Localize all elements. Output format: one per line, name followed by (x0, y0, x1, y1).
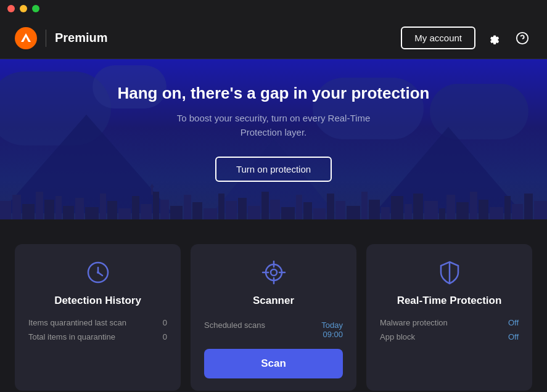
svg-rect-52 (524, 194, 533, 219)
svg-rect-21 (184, 195, 191, 219)
svg-rect-41 (405, 204, 412, 219)
svg-rect-29 (270, 200, 280, 219)
svg-rect-42 (413, 194, 423, 219)
svg-rect-11 (75, 198, 84, 219)
cityscape (0, 182, 547, 232)
malware-protection-label: Malware protection (380, 318, 448, 327)
detection-history-icon-area (28, 259, 167, 286)
svg-rect-3 (0, 219, 547, 232)
scan-button[interactable]: Scan (204, 349, 343, 378)
svg-rect-48 (479, 200, 488, 219)
app-block-label: App block (380, 332, 415, 341)
detection-history-card: Detection History Items quarantined last… (15, 244, 181, 391)
hero-subtitle: To boost your security, turn on every Re… (177, 112, 370, 139)
scanner-card: Scanner Scheduled scans Today 09:00 Scan (191, 244, 356, 391)
svg-rect-13 (100, 194, 106, 219)
svg-rect-32 (303, 202, 312, 219)
svg-rect-40 (391, 196, 403, 219)
svg-rect-14 (107, 201, 117, 219)
logo-title: Premium (55, 31, 108, 45)
hero-title: Hang on, there's a gap in your protectio… (117, 84, 429, 103)
svg-rect-7 (36, 192, 43, 219)
svg-rect-39 (381, 207, 390, 219)
malware-protection-value: Off (508, 318, 519, 327)
hero-banner: Hang on, there's a gap in your protectio… (0, 59, 547, 232)
help-button[interactable] (512, 28, 532, 48)
scheduled-scans-label: Scheduled scans (204, 321, 265, 339)
svg-point-0 (15, 27, 37, 49)
svg-point-59 (97, 271, 99, 274)
svg-rect-34 (327, 194, 334, 219)
svg-rect-50 (504, 196, 511, 219)
scanner-icon-area (204, 259, 343, 286)
real-time-protection-card: Real-Time Protection Malware protection … (366, 244, 532, 391)
svg-rect-4 (0, 201, 11, 219)
total-quarantine-label: Total items in quarantine (28, 332, 115, 341)
scheduled-scans-value: Today 09:00 (321, 321, 343, 339)
malware-protection-row: Malware protection Off (380, 318, 519, 327)
cards-area: Detection History Items quarantined last… (0, 232, 547, 392)
avast-logo-icon (15, 27, 37, 49)
app-block-value: Off (508, 332, 519, 341)
svg-rect-8 (44, 200, 54, 219)
svg-rect-16 (132, 196, 139, 219)
svg-rect-24 (218, 194, 224, 219)
header-actions: My account (401, 27, 532, 49)
logo-area: Premium (15, 27, 401, 49)
svg-rect-30 (281, 207, 295, 219)
svg-rect-15 (118, 208, 131, 219)
logo-separator (46, 30, 46, 47)
app-block-row: App block Off (380, 332, 519, 341)
svg-rect-17 (141, 204, 152, 219)
svg-rect-20 (170, 206, 183, 219)
total-quarantine-value: 0 (163, 332, 167, 341)
svg-rect-26 (238, 198, 247, 219)
svg-rect-33 (313, 208, 326, 219)
svg-point-61 (271, 269, 277, 276)
shield-icon (436, 259, 463, 286)
svg-rect-43 (424, 201, 438, 219)
svg-rect-49 (490, 207, 503, 219)
svg-rect-9 (56, 196, 62, 219)
real-time-protection-title: Real-Time Protection (380, 295, 519, 307)
clock-icon (84, 259, 112, 286)
svg-rect-25 (226, 201, 237, 219)
maximize-button[interactable] (32, 5, 39, 12)
svg-rect-27 (248, 206, 260, 219)
title-bar (0, 0, 547, 17)
quarantined-last-scan-value: 0 (163, 318, 167, 327)
total-quarantine-row: Total items in quarantine 0 (28, 332, 167, 341)
svg-rect-10 (63, 206, 74, 219)
header: Premium My account (0, 17, 547, 59)
svg-rect-12 (85, 207, 99, 219)
svg-rect-28 (261, 192, 269, 219)
svg-rect-19 (160, 200, 169, 219)
svg-rect-37 (361, 192, 368, 219)
my-account-button[interactable]: My account (401, 27, 475, 49)
svg-rect-38 (369, 200, 380, 219)
svg-rect-18 (153, 192, 159, 219)
quarantined-last-scan-label: Items quarantined last scan (28, 318, 126, 327)
protection-icon-area (380, 259, 519, 286)
svg-rect-45 (446, 195, 455, 219)
svg-rect-35 (335, 201, 345, 219)
detection-history-title: Detection History (28, 295, 167, 307)
svg-rect-23 (204, 208, 217, 219)
svg-marker-55 (150, 184, 154, 187)
close-button[interactable] (7, 5, 15, 12)
svg-rect-36 (347, 206, 360, 219)
gear-icon (487, 31, 501, 45)
turn-on-protection-button[interactable]: Turn on protection (215, 157, 332, 182)
crosshair-icon (260, 259, 287, 286)
svg-rect-47 (470, 192, 477, 219)
svg-rect-5 (12, 195, 21, 219)
svg-rect-51 (512, 204, 523, 219)
svg-rect-53 (534, 201, 547, 219)
svg-rect-46 (456, 202, 469, 219)
svg-rect-22 (192, 202, 202, 219)
question-icon (516, 31, 529, 45)
quarantined-last-scan-row: Items quarantined last scan 0 (28, 318, 167, 327)
settings-button[interactable] (484, 28, 504, 48)
scheduled-scans-row: Scheduled scans Today 09:00 (204, 321, 343, 339)
minimize-button[interactable] (20, 5, 27, 12)
